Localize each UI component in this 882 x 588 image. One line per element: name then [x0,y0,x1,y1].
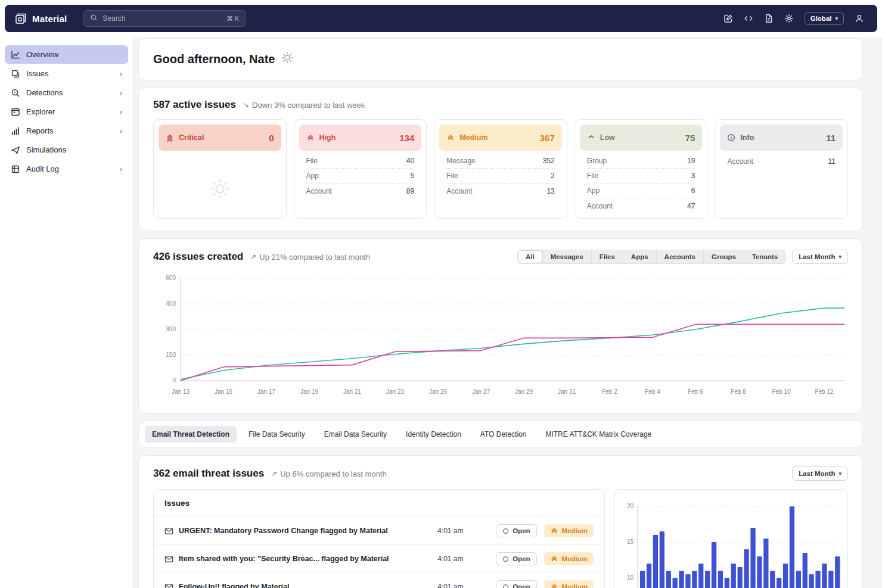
severity-count: 134 [399,133,414,143]
breakdown-row: File2 [446,169,555,183]
document-icon[interactable] [760,10,777,27]
issue-title-text: URGENT: Mandatory Password Change flagge… [179,527,388,535]
severity-medium-icon [446,133,455,142]
settings-gear-icon[interactable] [781,10,797,27]
filter-tab-tenants[interactable]: Tenants [744,250,785,263]
svg-text:Feb 4: Feb 4 [645,388,660,395]
filter-tab-messages[interactable]: Messages [542,250,591,263]
filter-tab-accounts[interactable]: Accounts [656,250,703,263]
active-issues-title: 587 active issues [153,99,236,111]
issues-list: URGENT: Mandatory Password Change flagge… [154,517,604,588]
issue-time: 4:01 am [437,527,489,535]
breakdown-value: 47 [687,202,695,210]
chevron-right-icon: › [120,89,122,97]
brand[interactable]: Material [14,12,67,25]
svg-text:Jan 29: Jan 29 [515,388,533,395]
tab-identity-detection[interactable]: Identity Detection [399,426,468,443]
tab-file-data-security[interactable]: File Data Security [241,426,312,443]
severity-card-low[interactable]: Low75Group19File3App6Account47 [574,119,708,219]
sidebar-item-simulations[interactable]: Simulations [5,141,128,159]
simulations-icon [11,145,20,155]
sidebar-item-detections[interactable]: Detections› [5,83,128,102]
issues-icon [11,69,20,79]
detection-tabs-card: Email Threat DetectionFile Data Security… [138,421,863,448]
issue-time: 4:01 am [437,555,489,563]
breakdown-value: 6 [691,186,695,195]
severity-card-medium[interactable]: Medium367Message352File2Account13 [434,119,567,219]
svg-text:Jan 27: Jan 27 [472,388,490,395]
severity-card-info[interactable]: Info11Account11 [715,119,848,219]
global-dropdown[interactable]: Global ▾ [805,12,844,25]
severity-label: Critical [179,133,204,142]
severity-badge-medium: Medium [544,524,594,537]
material-logo-icon [14,12,27,25]
email-threats-period-dropdown[interactable]: Last Month ▾ [792,466,848,481]
svg-text:600: 600 [166,275,176,281]
svg-text:Feb 10: Feb 10 [772,388,791,395]
issue-title[interactable]: URGENT: Mandatory Password Change flagge… [164,527,430,536]
sidebar-item-label: Audit Log [26,164,59,173]
issue-title[interactable]: Item shared with you: "Security Breac...… [164,555,430,564]
sidebar-item-overview[interactable]: Overview [5,45,128,64]
breakdown-row: Account13 [446,183,555,198]
issue-row[interactable]: Follow-Up!! flagged by Material4:01 amOp… [154,573,604,588]
severity-label: Medium [562,583,588,588]
severity-medium-icon [550,555,558,563]
tab-mitre-att-ck-matrix-coverage[interactable]: MITRE ATT&CK Matrix Coverage [538,426,659,443]
compose-icon[interactable] [720,10,737,27]
status-label: Open [513,583,530,588]
tab-email-threat-detection[interactable]: Email Threat Detection [145,426,237,443]
severity-label: High [319,133,336,142]
breakdown-value: 89 [406,187,414,195]
issues-created-filter-tabs: AllMessagesFilesAppsAccountsGroupsTenant… [517,250,786,264]
svg-text:10: 10 [627,574,634,581]
tab-email-data-security[interactable]: Email Data Security [317,426,394,443]
issues-created-period-dropdown[interactable]: Last Month ▾ [792,250,848,264]
svg-text:20: 20 [627,503,634,509]
severity-breakdown: Group19File3App6Account47 [575,151,707,216]
search-input[interactable] [103,14,222,23]
trend-text: Down 3% compared to last week [252,101,365,110]
severity-breakdown: Message352File2Account13 [434,151,567,206]
issue-row[interactable]: Item shared with you: "Security Breac...… [154,545,604,573]
status-badge-open: Open [496,524,536,537]
trend-text: Up 6% compared to last month [280,469,386,478]
code-icon[interactable] [740,10,757,27]
issue-title[interactable]: Follow-Up!! flagged by Material [164,583,430,588]
greeting-card: Good afternoon, Nate [138,38,863,80]
filter-tab-groups[interactable]: Groups [703,250,744,263]
severity-card-high[interactable]: High134File40App5Account89 [294,119,427,219]
severity-header: Medium367 [439,125,562,151]
breakdown-row: App6 [587,183,695,198]
breakdown-label: Group [587,157,607,165]
breakdown-label: Account [587,202,613,210]
severity-label: Medium [459,133,487,142]
chevron-right-icon: › [120,70,122,78]
issues-created-trend: ↗ Up 21% compared to last month [250,253,370,262]
svg-text:Jan 23: Jan 23 [386,388,404,395]
breakdown-value: 2 [551,172,555,180]
sidebar-item-issues[interactable]: Issues› [5,64,128,83]
envelope-icon [164,583,173,588]
severity-label: Info [740,133,754,142]
user-profile-icon[interactable] [851,10,868,27]
severity-count: 75 [685,133,695,143]
breakdown-row: Account47 [587,198,695,213]
severity-card-critical[interactable]: Critical0 [153,119,287,219]
sidebar-item-audit-log[interactable]: Audit Log› [5,160,128,178]
sidebar-item-label: Simulations [26,145,66,154]
reports-icon [11,126,20,136]
chevron-down-icon: ▾ [838,254,841,260]
filter-tab-all[interactable]: All [518,250,542,263]
search-box[interactable]: ⌘ K [83,10,246,27]
svg-text:Feb 8: Feb 8 [731,388,746,395]
sidebar-item-explorer[interactable]: Explorer› [5,102,128,121]
issue-row[interactable]: URGENT: Mandatory Password Change flagge… [154,517,604,545]
svg-text:Jan 15: Jan 15 [215,388,232,395]
filter-tab-apps[interactable]: Apps [623,250,656,263]
severity-medium-icon [550,527,558,535]
sidebar-item-reports[interactable]: Reports› [5,122,128,140]
breakdown-label: File [587,172,598,180]
filter-tab-files[interactable]: Files [591,250,623,263]
tab-ato-detection[interactable]: ATO Detection [473,426,534,443]
